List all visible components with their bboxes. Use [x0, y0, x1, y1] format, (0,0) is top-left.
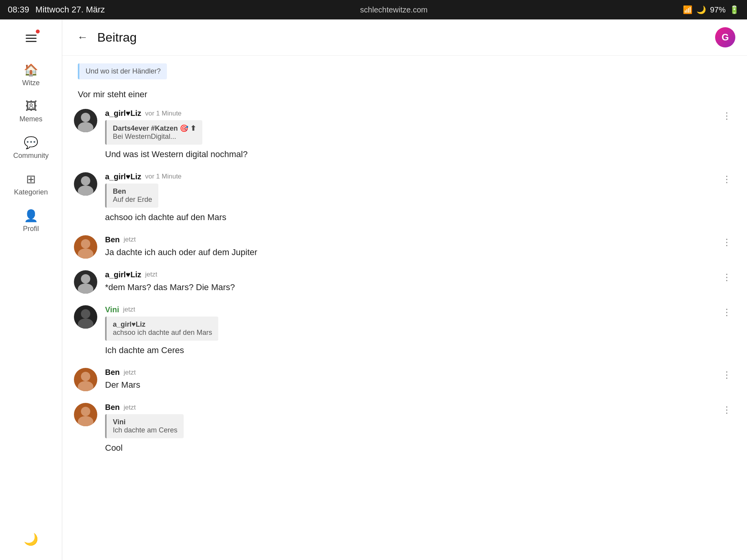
avatar	[74, 235, 97, 259]
message-time: jetzt	[124, 404, 136, 411]
quote-text: achsoo ich dachte auf den Mars	[113, 329, 212, 337]
avatar	[74, 403, 97, 426]
svg-point-8	[81, 309, 90, 318]
main-container: 🏠 Witze 🖼 Memes 💬 Community ⊞ Kategorien…	[0, 19, 747, 560]
quote-block: Darts4ever #Katzen 🎯 ⬆ Bei WesternDigita…	[105, 120, 202, 145]
avatar	[74, 172, 97, 196]
quote-block: Vini Ich dachte am Ceres	[105, 414, 184, 438]
message-time: jetzt	[124, 236, 136, 243]
message-time: vor 1 Minute	[145, 110, 182, 117]
svg-point-1	[78, 122, 93, 132]
message-row: Vini jetzt a_girl♥Liz achsoo ich dachte …	[74, 305, 735, 357]
message-username: a_girl♥Liz	[105, 109, 141, 118]
sidebar-item-community[interactable]: 💬 Community	[0, 130, 62, 166]
sidebar: 🏠 Witze 🖼 Memes 💬 Community ⊞ Kategorien…	[0, 19, 62, 560]
sidebar-item-profil[interactable]: 👤 Profil	[0, 203, 62, 239]
sidebar-label-witze: Witze	[22, 79, 40, 87]
message-username: a_girl♥Liz	[105, 270, 141, 279]
sidebar-item-kategorien[interactable]: ⊞ Kategorien	[0, 166, 62, 203]
quote-author: Vini	[113, 418, 177, 426]
content-area: ← Beitrag G Und wo ist der Händler? Vor …	[62, 19, 747, 560]
home-icon: 🏠	[24, 63, 38, 77]
darkmode-icon: 🌙	[24, 532, 38, 546]
message-time: jetzt	[145, 271, 157, 278]
profil-icon: 👤	[24, 209, 38, 222]
more-options-button[interactable]: ⋮	[718, 403, 735, 417]
avatar	[74, 270, 97, 294]
battery-percent: 97%	[710, 5, 726, 14]
quote-author: Ben	[113, 187, 152, 196]
header-avatar[interactable]: G	[715, 27, 735, 47]
page-header: ← Beitrag G	[62, 19, 747, 56]
status-url: schlechtewitze.com	[360, 5, 428, 14]
avatar	[74, 305, 97, 329]
message-row: a_girl♥Liz jetzt *dem Mars? das Mars? Di…	[74, 270, 735, 294]
message-text: Und was ist Western digital nochmal?	[105, 149, 710, 161]
svg-point-10	[81, 372, 90, 381]
quote-block: a_girl♥Liz achsoo ich dachte auf den Mar…	[105, 317, 218, 341]
svg-point-11	[78, 381, 93, 391]
status-indicators: 📶 🌙 97% 🔋	[683, 5, 739, 14]
message-content: a_girl♥Liz vor 1 Minute Darts4ever #Katz…	[105, 109, 710, 161]
sidebar-label-memes: Memes	[19, 115, 42, 123]
status-bar: 08:39 Mittwoch 27. März schlechtewitze.c…	[0, 0, 747, 19]
message-row: a_girl♥Liz vor 1 Minute Ben Auf der Erde…	[74, 172, 735, 224]
community-icon: 💬	[24, 136, 38, 149]
back-button[interactable]: ←	[74, 30, 91, 45]
message-text: Ja dachte ich auch oder auf dem Jupiter	[105, 247, 710, 259]
more-options-button[interactable]: ⋮	[718, 368, 735, 382]
quote-author: Darts4ever #Katzen 🎯 ⬆	[113, 124, 196, 133]
message-content: Ben jetzt Der Mars	[105, 368, 710, 391]
kategorien-icon: ⊞	[26, 172, 36, 186]
sidebar-item-memes[interactable]: 🖼 Memes	[0, 93, 62, 130]
quote-text: Ich dachte am Ceres	[113, 426, 177, 434]
message-content: a_girl♥Liz vor 1 Minute Ben Auf der Erde…	[105, 172, 710, 224]
svg-point-9	[78, 318, 93, 329]
quote-author: a_girl♥Liz	[113, 320, 212, 329]
svg-point-13	[78, 416, 93, 426]
quote-block: Ben Auf der Erde	[105, 184, 158, 208]
sidebar-label-kategorien: Kategorien	[14, 188, 48, 196]
svg-point-7	[78, 284, 93, 294]
avatar	[74, 368, 97, 391]
top-standalone-text: Vor mir steht einer	[74, 89, 735, 100]
message-row: Ben jetzt Ja dachte ich auch oder auf de…	[74, 235, 735, 259]
avatar	[74, 109, 97, 132]
message-text: Ich dachte am Ceres	[105, 345, 710, 357]
page-title: Beitrag	[97, 30, 137, 45]
message-row: Ben jetzt Der Mars ⋮	[74, 368, 735, 391]
sidebar-item-darkmode[interactable]: 🌙	[0, 526, 62, 552]
message-content: Ben jetzt Vini Ich dachte am Ceres Cool	[105, 403, 710, 454]
menu-button[interactable]	[20, 27, 42, 49]
battery-icon: 🔋	[729, 5, 739, 14]
quote-text: Bei WesternDigital...	[113, 133, 196, 141]
message-text: Der Mars	[105, 379, 710, 391]
more-options-button[interactable]: ⋮	[718, 270, 735, 284]
message-time: vor 1 Minute	[145, 173, 182, 180]
more-options-button[interactable]: ⋮	[718, 109, 735, 123]
svg-point-6	[81, 274, 90, 284]
memes-icon: 🖼	[25, 100, 37, 113]
message-username: Vini	[105, 305, 119, 314]
more-options-button[interactable]: ⋮	[718, 235, 735, 249]
message-meta: a_girl♥Liz jetzt	[105, 270, 710, 279]
status-time: 08:39	[8, 5, 29, 15]
sidebar-item-witze[interactable]: 🏠 Witze	[0, 57, 62, 93]
message-time: jetzt	[124, 369, 136, 376]
svg-point-5	[78, 248, 93, 259]
svg-point-2	[81, 176, 90, 186]
message-content: Vini jetzt a_girl♥Liz achsoo ich dachte …	[105, 305, 710, 357]
top-quote-block: Und wo ist der Händler?	[74, 63, 735, 83]
message-username: Ben	[105, 235, 120, 244]
chat-area[interactable]: Und wo ist der Händler? Vor mir steht ei…	[62, 56, 747, 560]
svg-point-12	[81, 407, 90, 416]
message-time: jetzt	[123, 306, 135, 313]
message-meta: a_girl♥Liz vor 1 Minute	[105, 172, 710, 181]
sidebar-label-profil: Profil	[23, 225, 39, 233]
more-options-button[interactable]: ⋮	[718, 172, 735, 186]
message-text: *dem Mars? das Mars? Die Mars?	[105, 282, 710, 294]
more-options-button[interactable]: ⋮	[718, 305, 735, 319]
sidebar-label-community: Community	[13, 152, 49, 160]
message-row: a_girl♥Liz vor 1 Minute Darts4ever #Katz…	[74, 109, 735, 161]
hamburger-line-2	[26, 38, 37, 39]
